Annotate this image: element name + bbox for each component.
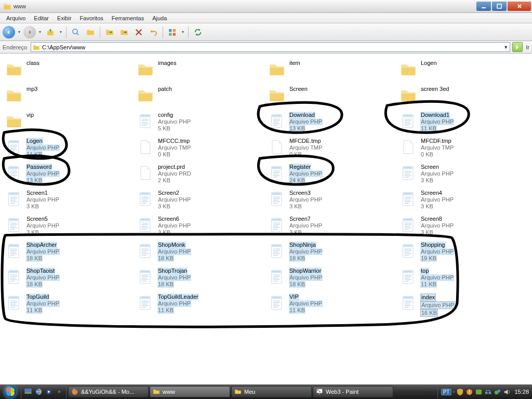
file-pane[interactable]: classimagesitemLogenmp3patchScreenscreen… [0, 54, 532, 384]
clock[interactable]: 15:28 [514, 389, 529, 395]
svg-rect-207 [489, 392, 491, 394]
tray-msn-icon[interactable] [494, 388, 501, 396]
file-item[interactable]: Screen5Arquivo PHP3 KB [3, 214, 135, 240]
nav-forward-dropdown[interactable]: ▾ [38, 26, 42, 38]
file-item[interactable]: configArquivo PHP5 KB [135, 110, 266, 136]
file-item[interactable]: Screen4Arquivo PHP3 KB [397, 188, 529, 214]
nav-up-dropdown[interactable]: ▾ [59, 26, 63, 38]
file-item[interactable]: Download1Arquivo PHP11 KB [397, 110, 529, 136]
sync-button[interactable] [192, 26, 204, 38]
file-name: ShopMonk [157, 242, 186, 248]
file-item[interactable]: vip [3, 110, 135, 136]
ql-ie-icon[interactable] [34, 387, 43, 396]
file-item[interactable]: Screen1Arquivo PHP3 KB [3, 188, 135, 214]
task-btn-meu[interactable]: Meu [231, 386, 312, 397]
ql-show-desktop-icon[interactable] [23, 387, 33, 396]
file-item[interactable]: Screen3Arquivo PHP3 KB [266, 188, 397, 214]
folders-button[interactable] [84, 26, 97, 38]
go-button[interactable] [512, 42, 523, 52]
file-item[interactable]: VIPArquivo PHP11 KB [266, 291, 397, 317]
php-icon [5, 241, 23, 261]
file-item[interactable]: ShopTrojanArquivo PHP18 KB [135, 265, 266, 291]
file-item[interactable]: ScreenArquivo PHP3 KB [397, 162, 529, 188]
ql-media-icon[interactable] [44, 387, 54, 396]
tray-update-icon[interactable] [466, 388, 473, 396]
menu-arquivo[interactable]: Arquivo [2, 14, 30, 22]
task-btn-firefox[interactable]: &&YuGiOh&& - Mo... [68, 386, 149, 397]
file-item[interactable]: screen 3ed [397, 84, 529, 110]
task-btn-paint[interactable]: Web3 - Paint [313, 386, 393, 397]
address-dropdown-icon[interactable]: ▼ [503, 45, 508, 50]
move-to-button[interactable] [103, 26, 116, 38]
file-item[interactable]: ShopTaoistArquivo PHP18 KB [3, 265, 135, 291]
nav-forward-button[interactable] [23, 26, 36, 38]
delete-button[interactable] [132, 26, 145, 38]
file-item[interactable]: indexArquivo PHP16 KB [397, 291, 529, 317]
file-item[interactable]: Logen [397, 58, 529, 84]
file-item[interactable]: project.prdArquivo PRD2 KB [135, 162, 266, 188]
address-input[interactable] [42, 44, 501, 50]
views-dropdown[interactable]: ▾ [181, 26, 185, 38]
menu-exibir[interactable]: Exibir [53, 14, 76, 22]
tray-av-icon[interactable] [475, 388, 483, 396]
svg-rect-197 [25, 392, 31, 394]
nav-up-button[interactable] [44, 26, 57, 38]
php-icon [137, 111, 154, 131]
file-item[interactable]: ShopArcherArquivo PHP18 KB [3, 240, 135, 265]
file-item[interactable]: ShopNinjaArquivo PHP18 KB [266, 240, 397, 265]
php-icon [400, 189, 417, 209]
undo-button[interactable] [147, 26, 159, 38]
start-button[interactable] [0, 384, 21, 399]
language-indicator[interactable]: PT [441, 389, 452, 395]
menu-favoritos[interactable]: Favoritos [76, 14, 108, 22]
file-item[interactable]: ShopMonkArquivo PHP18 KB [135, 240, 266, 265]
file-item[interactable]: mp3 [3, 84, 135, 110]
file-item[interactable]: ShopWarriorArquivo PHP18 KB [266, 265, 397, 291]
file-item[interactable]: LogenArquivo PHP11 KB [3, 136, 135, 162]
file-item[interactable]: class [3, 58, 135, 84]
file-item[interactable]: Screen2Arquivo PHP3 KB [135, 188, 266, 214]
file-text: Screen1Arquivo PHP3 KB [26, 189, 60, 210]
address-input-container[interactable]: ▼ [31, 42, 510, 52]
menu-ferramentas[interactable]: Ferramentas [108, 14, 148, 22]
minimize-button[interactable] [476, 2, 491, 11]
file-item[interactable]: TopGuildLeaderArquivo PHP11 KB [135, 291, 266, 317]
tray-network-icon[interactable] [484, 388, 492, 396]
file-item[interactable]: ShoppingArquivo PHP19 KB [397, 240, 529, 265]
file-item[interactable]: images [135, 58, 266, 84]
task-btn-www[interactable]: www [150, 386, 230, 397]
file-item[interactable]: RegisterArquivo PHP24 KB [266, 162, 397, 188]
file-item[interactable]: Screen7Arquivo PHP3 KB [266, 214, 397, 240]
svg-rect-0 [482, 7, 486, 8]
nav-back-dropdown[interactable]: ▾ [17, 26, 21, 38]
folder-icon [5, 111, 23, 131]
views-button[interactable] [166, 26, 179, 38]
tray-volume-icon[interactable] [503, 388, 511, 396]
file-item[interactable]: MFCDF.tmpArquivo TMP0 KB [397, 136, 529, 162]
search-button[interactable] [70, 26, 82, 38]
menu-ajuda[interactable]: Ajuda [148, 14, 171, 22]
file-item[interactable]: Screen8Arquivo PHP3 KB [397, 214, 529, 240]
file-item[interactable]: Screen [266, 84, 397, 110]
file-item[interactable]: MFCDE.tmpArquivo TMP0 KB [266, 136, 397, 162]
file-name: TopGuildLeader [157, 294, 199, 300]
file-item[interactable]: patch [135, 84, 266, 110]
taskbar[interactable]: » &&YuGiOh&& - Mo... www Meu Web3 - Pain… [0, 384, 532, 399]
file-item[interactable]: Screen6Arquivo PHP3 KB [135, 214, 266, 240]
file-item[interactable]: item [266, 58, 397, 84]
file-item[interactable]: TopGuildArquivo PHP11 KB [3, 291, 135, 317]
menu-editar[interactable]: Editar [30, 14, 53, 22]
file-item[interactable]: DownloadArquivo PHP13 KB [266, 110, 397, 136]
file-item[interactable]: topArquivo PHP11 KB [397, 265, 529, 291]
maximize-button[interactable] [492, 2, 507, 11]
tray-shield-icon[interactable] [456, 388, 464, 396]
copy-to-button[interactable] [118, 26, 130, 38]
close-button[interactable] [508, 2, 531, 11]
file-item[interactable]: PasswordArquivo PHP13 KB [3, 162, 135, 188]
ql-expand-icon[interactable]: » [55, 387, 64, 396]
titlebar[interactable]: www [0, 0, 532, 13]
file-name: ShopTaoist [26, 268, 55, 274]
tray-expand-icon[interactable]: ‹ [453, 389, 455, 394]
nav-back-button[interactable] [3, 26, 15, 38]
file-item[interactable]: MFCCC.tmpArquivo TMP0 KB [135, 136, 266, 162]
